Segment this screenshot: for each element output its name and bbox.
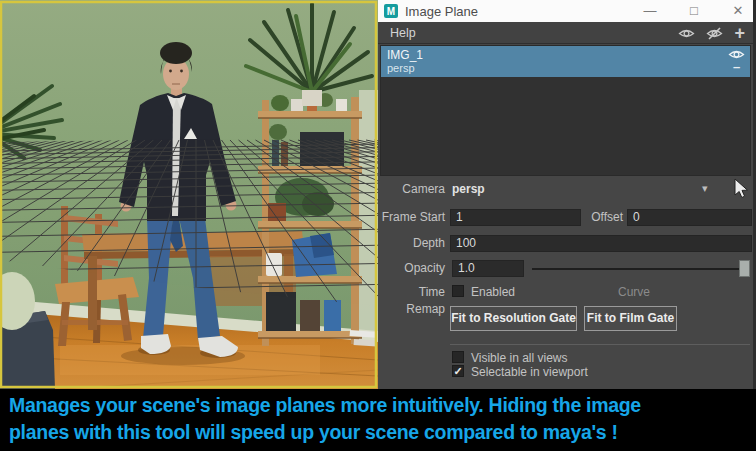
selectable-in-viewport-label: Selectable in viewport bbox=[471, 365, 588, 379]
list-item-img1[interactable]: IMG_1 persp – bbox=[381, 46, 750, 77]
screenshot-root: M Image Plane — □ ✕ Help + IMG_1 persp bbox=[0, 0, 756, 451]
offset-label: Offset bbox=[581, 209, 623, 226]
plant-right-pot bbox=[302, 90, 322, 106]
opacity-label: Opacity bbox=[378, 260, 445, 277]
image-plane-list[interactable]: IMG_1 persp – bbox=[380, 45, 751, 176]
caption-line-1: Manages your scene's image planes more i… bbox=[9, 392, 747, 419]
section-divider bbox=[450, 344, 750, 345]
image-plane-name: IMG_1 bbox=[387, 48, 744, 62]
opacity-row: Opacity 1.0 bbox=[378, 260, 753, 277]
help-menu[interactable]: Help bbox=[378, 26, 416, 40]
minimize-icon[interactable]: — bbox=[643, 0, 657, 22]
image-plane-window: M Image Plane — □ ✕ Help + IMG_1 persp bbox=[378, 0, 756, 389]
enabled-label: Enabled bbox=[471, 285, 515, 299]
camera-row: Camera persp ▾ bbox=[378, 181, 753, 198]
caption-line-2: planes with this tool will speed up your… bbox=[9, 419, 747, 446]
chevron-down-icon[interactable]: ▾ bbox=[702, 182, 708, 195]
maya-viewport[interactable] bbox=[0, 0, 378, 389]
viewport-image bbox=[0, 0, 378, 389]
visible-in-all-views-checkbox[interactable] bbox=[452, 351, 464, 363]
fit-buttons-row: Fit to Resolution Gate Fit to Film Gate bbox=[378, 306, 753, 331]
camera-value[interactable]: persp bbox=[452, 181, 485, 198]
frame-start-input[interactable]: 1 bbox=[450, 209, 581, 226]
window-titlebar[interactable]: M Image Plane — □ ✕ bbox=[378, 0, 753, 22]
enabled-checkbox[interactable] bbox=[452, 285, 464, 297]
selectable-in-viewport-checkbox[interactable]: ✓ bbox=[452, 365, 464, 377]
add-image-plane-icon[interactable]: + bbox=[734, 23, 745, 43]
fit-to-film-gate-button[interactable]: Fit to Film Gate bbox=[584, 306, 677, 331]
hide-all-eye-slash-icon[interactable] bbox=[706, 27, 723, 40]
depth-label: Depth bbox=[378, 235, 445, 252]
opacity-slider-handle[interactable] bbox=[739, 260, 750, 277]
fit-to-resolution-gate-button[interactable]: Fit to Resolution Gate bbox=[450, 306, 577, 331]
maya-app-icon: M bbox=[384, 4, 398, 18]
item-isolate-minus-icon[interactable]: – bbox=[733, 61, 740, 72]
frame-start-label: Frame Start bbox=[378, 209, 445, 226]
close-icon[interactable]: ✕ bbox=[731, 0, 745, 22]
caption-banner: Manages your scene's image planes more i… bbox=[0, 389, 756, 451]
window-title: Image Plane bbox=[405, 4, 478, 19]
depth-row: Depth 100 bbox=[378, 235, 753, 252]
frame-start-row: Frame Start 1 Offset 0 bbox=[378, 209, 753, 226]
attributes-section: Camera persp ▾ Frame Start 1 Offset 0 De… bbox=[378, 176, 753, 389]
selectable-row: ✓ Selectable in viewport bbox=[378, 365, 753, 382]
camera-label: Camera bbox=[378, 181, 445, 198]
maximize-icon[interactable]: □ bbox=[687, 0, 701, 22]
curve-label: Curve bbox=[618, 285, 650, 299]
show-all-eye-icon[interactable] bbox=[678, 27, 695, 40]
mouse-cursor-icon bbox=[734, 178, 750, 200]
time-remap-row: Time Remap Enabled Curve bbox=[378, 284, 753, 301]
offset-input[interactable]: 0 bbox=[627, 209, 752, 226]
visible-in-all-views-label: Visible in all views bbox=[471, 351, 568, 365]
image-plane-camera: persp bbox=[387, 62, 744, 75]
menu-bar: Help + bbox=[378, 22, 753, 44]
opacity-input[interactable]: 1.0 bbox=[452, 260, 524, 277]
depth-input[interactable]: 100 bbox=[450, 235, 752, 252]
opacity-slider[interactable] bbox=[532, 268, 750, 270]
